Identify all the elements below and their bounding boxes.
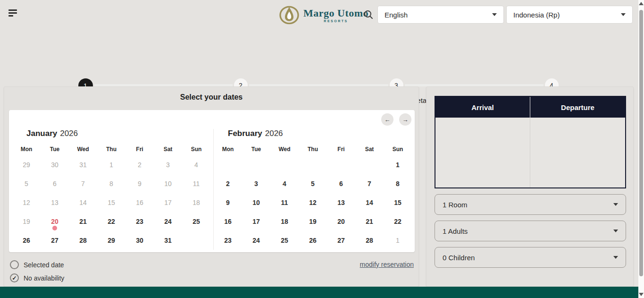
legend-label: Selected date <box>24 261 64 269</box>
scroll-down-icon[interactable] <box>639 293 644 296</box>
prev-month-button[interactable]: ← <box>381 113 393 126</box>
day-number: 23 <box>224 237 232 244</box>
calendar-day[interactable]: 6 <box>327 174 355 193</box>
calendar-day[interactable]: 27 <box>327 231 355 250</box>
menu-icon[interactable] <box>8 9 20 19</box>
calendar-day[interactable]: 30 <box>125 231 154 250</box>
legend-no-availability: ✓ No availability <box>10 273 64 282</box>
month-title: February2026 <box>214 129 411 138</box>
next-month-button[interactable]: → <box>399 113 411 126</box>
calendar-day[interactable]: 13 <box>327 193 355 212</box>
calendar-day[interactable]: 4 <box>270 174 299 193</box>
calendar-day-empty <box>270 155 299 174</box>
calendar-day[interactable]: 12 <box>299 193 327 212</box>
calendar-day[interactable]: 2 <box>214 174 242 193</box>
day-number: 1 <box>396 237 400 244</box>
legend-selected-date: Selected date <box>10 260 64 269</box>
calendar-day[interactable]: 7 <box>355 174 384 193</box>
day-number: 28 <box>366 237 373 244</box>
calendar-day[interactable]: 23 <box>214 231 242 250</box>
calendar-day: 6 <box>41 174 69 193</box>
month-january: January2026 MonTueWedThuFriSatSun2930311… <box>12 129 210 250</box>
children-select[interactable]: 0 Children <box>435 247 626 268</box>
children-select-value: 0 Children <box>443 254 475 262</box>
day-number: 12 <box>23 199 30 206</box>
calendar-day: 2 <box>125 155 154 174</box>
calendar-day[interactable]: 15 <box>384 193 412 212</box>
calendar-day[interactable]: 22 <box>384 212 412 231</box>
calendar-day: 13 <box>41 193 69 212</box>
calendar-card: ← → January2026 MonTueWedThuFriSatSun293… <box>9 110 415 252</box>
calendar-day[interactable]: 16 <box>214 212 242 231</box>
calendar-day[interactable]: 24 <box>154 212 182 231</box>
weekday-header: Thu <box>97 143 125 155</box>
calendar-day[interactable]: 5 <box>299 174 327 193</box>
table-header-row: Arrival Departure <box>435 97 625 118</box>
weekday-header: Sat <box>154 143 182 155</box>
calendar-day[interactable]: 26 <box>299 231 327 250</box>
arrival-column-header: Arrival <box>435 97 530 118</box>
day-number: 2 <box>138 161 142 169</box>
day-number: 28 <box>79 237 87 244</box>
scrollbar-thumb[interactable] <box>639 10 643 276</box>
calendar-day[interactable]: 24 <box>242 231 270 250</box>
month-title: January2026 <box>12 129 210 138</box>
month-grid: MonTueWedThuFriSatSun1234567891011121314… <box>214 143 411 250</box>
month-grid: MonTueWedThuFriSatSun2930311234567891011… <box>12 143 210 250</box>
calendar-day[interactable]: 25 <box>182 212 210 231</box>
calendar-day[interactable]: 20 <box>41 212 69 231</box>
calendar-day: 30 <box>41 155 69 174</box>
calendar-day[interactable]: 20 <box>327 212 355 231</box>
calendar-day[interactable]: 10 <box>242 193 270 212</box>
calendar-day[interactable]: 8 <box>384 174 412 193</box>
calendar-day[interactable]: 14 <box>355 193 384 212</box>
weekday-header: Fri <box>327 143 355 155</box>
rooms-select[interactable]: 1 Room <box>435 194 626 215</box>
calendar-day[interactable]: 1 <box>384 155 412 174</box>
calendar-day[interactable]: 21 <box>69 212 97 231</box>
calendar-day[interactable]: 22 <box>97 212 125 231</box>
calendar-day[interactable]: 26 <box>12 231 41 250</box>
booking-summary-panel: Arrival Departure 1 Room 1 Adults 0 Chil… <box>426 86 634 287</box>
calendar-day[interactable]: 27 <box>41 231 69 250</box>
scroll-up-icon[interactable] <box>639 2 644 5</box>
day-number: 26 <box>23 237 30 244</box>
search-icon[interactable] <box>363 9 374 20</box>
day-number: 6 <box>53 180 57 187</box>
scrollbar[interactable] <box>638 0 644 298</box>
adults-select[interactable]: 1 Adults <box>435 221 626 241</box>
day-number: 4 <box>194 161 198 169</box>
calendar-day[interactable]: 9 <box>214 193 242 212</box>
language-select[interactable]: English <box>377 6 504 24</box>
calendar-day[interactable]: 3 <box>242 174 270 193</box>
chevron-down-icon <box>613 230 618 232</box>
calendar-day-empty <box>327 155 355 174</box>
day-number: 20 <box>51 218 59 225</box>
day-number: 24 <box>252 237 260 244</box>
month-year: 2026 <box>265 129 283 138</box>
day-number: 27 <box>337 237 345 244</box>
currency-select[interactable]: Indonesia (Rp) <box>506 6 633 24</box>
weekday-header: Wed <box>69 143 97 155</box>
calendar-day[interactable]: 21 <box>355 212 384 231</box>
day-number: 27 <box>51 237 59 244</box>
calendar-day[interactable]: 29 <box>97 231 125 250</box>
day-number: 17 <box>164 199 172 206</box>
calendar-day[interactable]: 17 <box>242 212 270 231</box>
calendar-day[interactable]: 23 <box>125 212 154 231</box>
calendar-day[interactable]: 25 <box>270 231 299 250</box>
calendar-day[interactable]: 18 <box>270 212 299 231</box>
calendar-day[interactable]: 31 <box>154 231 182 250</box>
calendar-day[interactable]: 28 <box>355 231 384 250</box>
modify-reservation-link[interactable]: modify reservation <box>360 261 414 268</box>
weekday-header: Sun <box>384 143 412 155</box>
day-number: 13 <box>51 199 59 206</box>
calendar-day[interactable]: 11 <box>270 193 299 212</box>
selected-date-circle-icon <box>10 260 19 269</box>
brand-name: Margo Utomo <box>303 8 368 18</box>
day-number: 22 <box>394 218 401 225</box>
calendar-day: 12 <box>12 193 41 212</box>
calendar-day[interactable]: 19 <box>299 212 327 231</box>
day-number: 15 <box>394 199 401 206</box>
calendar-day[interactable]: 28 <box>69 231 97 250</box>
